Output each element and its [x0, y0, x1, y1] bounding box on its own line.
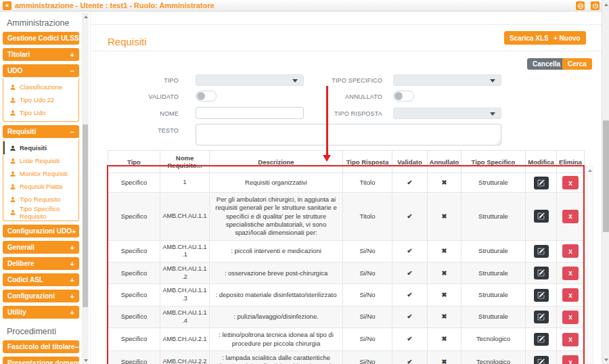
elimina-button[interactable]: x	[562, 244, 579, 258]
sidebar-item-gestione-codici-ulss[interactable]: Gestione Codici ULSS+	[3, 32, 79, 45]
tipo-specifico-select[interactable]	[393, 74, 501, 86]
column-header-descrizione[interactable]: Descrizione	[210, 151, 343, 173]
elimina-button[interactable]: x	[562, 311, 579, 324]
modifica-button[interactable]	[534, 177, 549, 189]
plus-icon: +	[70, 292, 74, 300]
edit-pencil-icon	[537, 179, 545, 187]
page-scrollbar[interactable]	[602, 0, 609, 364]
elimina-button[interactable]: x	[562, 267, 579, 280]
sidebar-item-fascicolo-del-titolare[interactable]: Fascicolo del titolare−	[3, 340, 79, 353]
sidebar-item-configurazioni[interactable]: Configurazioni+	[3, 290, 79, 302]
main-content: Requisiti Scarica XLS + Nuovo Cancella C…	[90, 12, 602, 364]
edit-pencil-icon	[537, 336, 545, 343]
sidebar-item-titolari[interactable]: Titolari+	[3, 48, 79, 61]
collapse-sidebar-icon[interactable]: «	[3, 1, 12, 10]
nome-input[interactable]	[196, 107, 304, 119]
elimina-button[interactable]: x	[562, 288, 579, 302]
sidebar-scroll-up-icon[interactable]	[82, 13, 89, 20]
sidebar-scroll-down-icon[interactable]	[82, 357, 89, 364]
sidebar-scroll-thumb[interactable]	[83, 124, 88, 307]
plus-icon: +	[70, 309, 74, 317]
sidebar-item-presentazione-domande[interactable]: Presentazione domande	[3, 357, 79, 364]
modifica-button[interactable]	[534, 333, 549, 346]
tipo-select[interactable]	[196, 74, 304, 86]
modifica-button[interactable]	[534, 356, 549, 364]
nuovo-button[interactable]: + Nuovo	[548, 31, 586, 45]
column-header-validato[interactable]: Validato	[392, 151, 428, 173]
elimina-button[interactable]: x	[562, 333, 579, 346]
modifica-button[interactable]	[534, 267, 549, 279]
sidebar-subitem-classificazione[interactable]: Classificazione	[3, 81, 78, 93]
plus-icon: +	[70, 244, 74, 252]
person-icon	[9, 183, 16, 190]
tipo-risposta-select[interactable]	[393, 108, 501, 119]
annullato-cross-icon: ✖	[428, 350, 461, 364]
person-icon	[9, 145, 16, 152]
elimina-button[interactable]: x	[562, 355, 579, 364]
annullato-cross-icon: ✖	[428, 263, 461, 284]
modifica-button[interactable]	[534, 245, 549, 258]
sidebar-item-requisiti[interactable]: Requisiti−	[3, 125, 79, 138]
page-title: Requisiti	[108, 36, 147, 47]
cancella-button[interactable]: Cancella	[527, 58, 566, 70]
elimina-button[interactable]: x	[562, 176, 579, 189]
person-icon	[9, 84, 16, 91]
divider	[91, 24, 602, 25]
table-scroll-up-icon[interactable]	[587, 167, 593, 173]
page-scroll-up-icon[interactable]	[602, 1, 609, 8]
elimina-button[interactable]: x	[562, 210, 579, 223]
modifica-button[interactable]	[534, 210, 549, 223]
globe-icon[interactable]	[576, 1, 585, 10]
cerca-button[interactable]: Cerca	[562, 58, 592, 70]
edit-pencil-icon	[537, 313, 545, 321]
sidebar-subitem-tipo-requisito[interactable]: Tipo Requisito	[3, 193, 78, 206]
sidebar-section-amministrazione: Amministrazione	[0, 12, 82, 32]
plus-icon: +	[70, 260, 74, 268]
modifica-button[interactable]	[534, 311, 549, 323]
sidebar-subitem-liste-requisiti[interactable]: Liste Requisiti	[3, 154, 78, 167]
plus-icon: +	[70, 51, 74, 59]
sidebar-scrollbar[interactable]	[82, 13, 89, 364]
sidebar-item-utility[interactable]: Utility+	[3, 306, 79, 319]
sidebar-subitem-monitor-requisiti[interactable]: Monitor Requisiti	[3, 167, 78, 180]
column-header-tipo[interactable]: Tipo	[108, 151, 160, 173]
testo-textarea[interactable]	[196, 124, 501, 145]
sidebar-subitem-requisiti-piatta[interactable]: Requisiti Piatta	[3, 180, 78, 193]
page-scroll-thumb[interactable]	[603, 120, 609, 232]
sidebar-item-delibere[interactable]: Delibere+	[3, 257, 79, 270]
sidebar-item-codici-asl[interactable]: Codici ASL+	[3, 273, 79, 286]
sidebar: AmministrazioneGestione Codici ULSS+Tito…	[0, 12, 90, 364]
sidebar-subgroup: ClassificazioneTipo Udo 22Tipo Udo	[3, 78, 79, 122]
sidebar-subitem-tipo-udo[interactable]: Tipo Udo	[3, 106, 78, 119]
sidebar-subitem-tipo-udo-22[interactable]: Tipo Udo 22	[3, 93, 78, 106]
scarica-xls-button[interactable]: Scarica XLS	[504, 31, 554, 45]
sidebar-subitem-tipo-specifico-requisito[interactable]: Tipo Specifico Requisito	[3, 206, 78, 219]
page-scroll-down-icon[interactable]	[602, 356, 609, 363]
column-header-annullato[interactable]: Annullato	[428, 151, 461, 173]
validato-toggle[interactable]	[196, 91, 217, 101]
sidebar-item-configurazioni-udo[interactable]: Configurazioni UDO+	[3, 225, 79, 237]
annullato-cross-icon: ✖	[428, 306, 461, 327]
sidebar-item-udo[interactable]: UDO−	[3, 64, 79, 77]
annullato-cross-icon: ✖	[428, 240, 461, 262]
column-header-tipo-risposta[interactable]: Tipo Risposta	[343, 151, 392, 173]
power-icon[interactable]	[591, 1, 600, 10]
table-row: SpecificoAMB.CH.AU.1.1Per gli ambulatori…	[108, 193, 585, 241]
sidebar-subitem-requisiti[interactable]: Requisiti	[3, 141, 78, 154]
column-header-modifica[interactable]: Modifica	[526, 151, 557, 173]
column-header-tipo-specifico[interactable]: Tipo Specifico	[461, 151, 526, 173]
modifica-button[interactable]	[534, 289, 549, 302]
edit-pencil-icon	[537, 359, 545, 364]
sidebar-item-generali[interactable]: Generali+	[3, 241, 79, 254]
minus-icon: −	[74, 343, 78, 351]
column-header-nome-requisito[interactable]: Nome Requisito...	[160, 151, 210, 173]
validato-check-icon: ✔	[392, 306, 428, 327]
table-scrollbar[interactable]	[587, 166, 593, 364]
person-icon	[9, 110, 16, 116]
table-header-row: TipoNome Requisito...DescrizioneTipo Ris…	[108, 151, 585, 173]
column-header-elimina[interactable]: Elimina	[557, 151, 585, 173]
divider	[91, 51, 602, 51]
annullato-toggle[interactable]	[393, 91, 414, 101]
window-title: amministrazione - Utente : test1 - Ruolo…	[15, 1, 215, 9]
table-row: SpecificoAMB.CH.AU.2.2: lampada scialiti…	[108, 350, 585, 364]
